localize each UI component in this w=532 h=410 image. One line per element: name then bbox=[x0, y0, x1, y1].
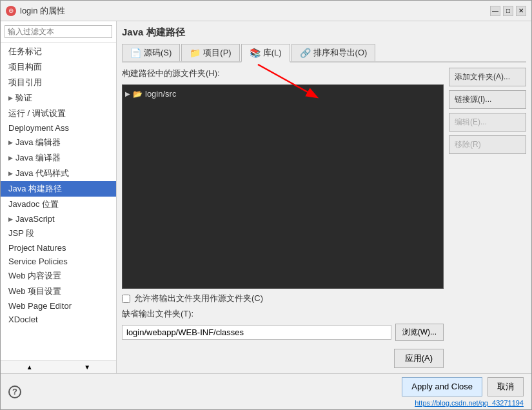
edit-button[interactable]: 编辑(E)... bbox=[449, 113, 526, 132]
sidebar-item-label: 验证 bbox=[15, 92, 32, 104]
sidebar-item-label: Java 构建路径 bbox=[8, 184, 62, 193]
expand-icon: ▶ bbox=[8, 139, 13, 146]
checkbox-row: 允许将输出文件夹用作源文件夹(C) bbox=[122, 293, 444, 304]
output-path-section: 缺省输出文件夹(T): 浏览(W)... bbox=[122, 308, 444, 341]
sidebar-item-project-natures[interactable]: Project Natures bbox=[1, 241, 116, 255]
sidebar-item-label: JSP 段 bbox=[8, 228, 34, 238]
sidebar-item-task-label[interactable]: 任务标记 bbox=[1, 44, 116, 59]
window-icon: ⊖ bbox=[6, 6, 16, 16]
sidebar-item-java-code-style[interactable]: ▶Java 代码样式 bbox=[1, 166, 116, 181]
sidebar-item-validate[interactable]: ▶验证 bbox=[1, 90, 116, 106]
sidebar-item-label: Java 代码样式 bbox=[15, 168, 69, 179]
sidebar-item-label: Service Policies bbox=[8, 257, 68, 266]
output-path-label: 缺省输出文件夹(T): bbox=[122, 308, 444, 320]
sidebar-item-label: Project Natures bbox=[8, 243, 66, 253]
output-path-row: 浏览(W)... bbox=[122, 324, 444, 341]
close-button[interactable]: ✕ bbox=[516, 6, 526, 16]
order-export-tab-icon: 🔗 bbox=[300, 48, 311, 58]
tab-label-order-export: 排序和导出(O) bbox=[313, 47, 368, 59]
bottom-bar: ? Apply and Close 取消 https://blog.csdn.n… bbox=[1, 373, 531, 409]
right-buttons: 添加文件夹(A)... 链接源(I)... 编辑(E)... 移除(R) bbox=[449, 68, 526, 368]
window-controls: — □ ✕ bbox=[490, 6, 526, 16]
sidebar-item-web-page-editor[interactable]: Web Page Editor bbox=[1, 299, 116, 313]
search-input[interactable] bbox=[5, 25, 112, 38]
sidebar-item-javadoc[interactable]: Javadoc 位置 bbox=[1, 197, 116, 212]
sidebar-item-label: Javadoc 位置 bbox=[8, 199, 59, 209]
cancel-button[interactable]: 取消 bbox=[488, 377, 524, 396]
window-title: login 的属性 bbox=[20, 5, 65, 17]
tabs-container: 📄源码(S)📁项目(P)📚库(L)🔗排序和导出(O) bbox=[122, 44, 526, 63]
sidebar-item-run-debug[interactable]: 运行 / 调试设置 bbox=[1, 106, 116, 121]
sidebar-list: 任务标记项目构面项目引用▶验证运行 / 调试设置Deployment Ass▶J… bbox=[1, 43, 116, 360]
tree-item-text: login/src bbox=[145, 89, 176, 99]
sidebar-item-project-facade[interactable]: 项目构面 bbox=[1, 59, 116, 75]
sidebar-item-label: Web 内容设置 bbox=[8, 271, 61, 280]
sidebar-item-label: 项目构面 bbox=[8, 62, 42, 72]
section-content: 构建路径中的源文件夹(H): ▶ 📂 login/src 允许将输出文件夹用作源… bbox=[122, 68, 526, 368]
tree-panel[interactable]: ▶ 📂 login/src bbox=[122, 84, 444, 289]
sidebar-search-area bbox=[1, 21, 116, 43]
tab-order-export[interactable]: 🔗排序和导出(O) bbox=[291, 44, 376, 61]
maximize-button[interactable]: □ bbox=[503, 6, 513, 16]
titlebar: ⊖ login 的属性 — □ ✕ bbox=[1, 1, 531, 21]
bottom-buttons: Apply and Close 取消 bbox=[402, 377, 524, 396]
sidebar-item-label: 任务标记 bbox=[8, 46, 42, 56]
sidebar-item-label: JavaScript bbox=[15, 214, 55, 224]
sidebar-item-jsp[interactable]: JSP 段 bbox=[1, 226, 116, 241]
browse-button[interactable]: 浏览(W)... bbox=[395, 324, 444, 341]
minimize-button[interactable]: — bbox=[490, 6, 500, 16]
expand-icon: ▶ bbox=[8, 216, 13, 222]
apply-section: 应用(A) bbox=[122, 349, 444, 368]
sidebar-item-javascript[interactable]: ▶JavaScript bbox=[1, 212, 116, 226]
sidebar-scroll-area: ▲ ▼ bbox=[1, 360, 116, 373]
tab-projects[interactable]: 📁项目(P) bbox=[181, 44, 239, 61]
sidebar-item-label: Web 项目设置 bbox=[8, 286, 61, 296]
sidebar-item-java-editor1[interactable]: ▶Java 编辑器 bbox=[1, 135, 116, 150]
allow-output-checkbox[interactable] bbox=[122, 295, 130, 303]
sidebar-item-label: 运行 / 调试设置 bbox=[8, 108, 66, 118]
help-icon[interactable]: ? bbox=[8, 386, 21, 398]
tree-arrow-icon: ▶ bbox=[125, 90, 130, 97]
sidebar-item-web-project[interactable]: Web 项目设置 bbox=[1, 284, 116, 299]
source-folders-label: 构建路径中的源文件夹(H): bbox=[122, 68, 444, 79]
apply-close-button[interactable]: Apply and Close bbox=[402, 377, 482, 396]
sidebar-item-project-ref[interactable]: 项目引用 bbox=[1, 75, 116, 90]
sidebar-item-xdoclet[interactable]: XDoclet bbox=[1, 313, 116, 326]
expand-icon: ▶ bbox=[8, 170, 13, 177]
main-panel: Java 构建路径 📄源码(S)📁项目(P)📚库(L)🔗排序和导出(O) 构建路… bbox=[117, 21, 531, 373]
output-path-input[interactable] bbox=[122, 325, 391, 340]
link-button[interactable]: 链接源(I)... bbox=[449, 90, 526, 109]
tab-libraries[interactable]: 📚库(L) bbox=[241, 44, 290, 63]
tab-label-libraries: 库(L) bbox=[263, 47, 282, 59]
bottom-right: Apply and Close 取消 https://blog.csdn.net… bbox=[402, 377, 524, 407]
main-window: ⊖ login 的属性 — □ ✕ 任务标记项目构面项目引用▶验证运行 / 调试… bbox=[0, 0, 532, 410]
add-folder-button[interactable]: 添加文件夹(A)... bbox=[449, 68, 526, 86]
sidebar-item-label: Java 编辑器 bbox=[15, 137, 61, 148]
sidebar-item-label: Deployment Ass bbox=[8, 123, 69, 133]
scroll-down-button[interactable]: ▼ bbox=[59, 361, 117, 373]
sidebar-item-label: XDoclet bbox=[8, 315, 38, 324]
sidebar-item-deploy-ass[interactable]: Deployment Ass bbox=[1, 121, 116, 135]
sidebar-item-java-editor2[interactable]: ▶Java 编译器 bbox=[1, 150, 116, 166]
folder-icon: 📂 bbox=[133, 90, 143, 99]
left-section: 构建路径中的源文件夹(H): ▶ 📂 login/src 允许将输出文件夹用作源… bbox=[122, 68, 444, 368]
remove-button[interactable]: 移除(R) bbox=[449, 135, 526, 154]
projects-tab-icon: 📁 bbox=[190, 48, 201, 58]
expand-icon: ▶ bbox=[8, 95, 13, 101]
apply-button[interactable]: 应用(A) bbox=[394, 349, 444, 368]
sidebar-item-service-policies[interactable]: Service Policies bbox=[1, 255, 116, 268]
sidebar: 任务标记项目构面项目引用▶验证运行 / 调试设置Deployment Ass▶J… bbox=[1, 21, 117, 373]
sidebar-item-java-build-path[interactable]: Java 构建路径 bbox=[1, 181, 116, 197]
content-area: 任务标记项目构面项目引用▶验证运行 / 调试设置Deployment Ass▶J… bbox=[1, 21, 531, 373]
tree-item[interactable]: ▶ 📂 login/src bbox=[125, 88, 440, 100]
sidebar-item-label: 项目引用 bbox=[8, 77, 42, 87]
tab-label-projects: 项目(P) bbox=[203, 47, 231, 59]
libraries-tab-icon: 📚 bbox=[250, 48, 261, 58]
tab-source[interactable]: 📄源码(S) bbox=[122, 44, 180, 61]
sidebar-item-web-content[interactable]: Web 内容设置 bbox=[1, 268, 116, 284]
checkbox-label: 允许将输出文件夹用作源文件夹(C) bbox=[134, 293, 263, 304]
sidebar-item-label: Web Page Editor bbox=[8, 301, 72, 311]
footer-link[interactable]: https://blog.csdn.net/qq_43271194 bbox=[415, 399, 524, 407]
sidebar-item-label: Java 编译器 bbox=[15, 152, 61, 164]
scroll-up-button[interactable]: ▲ bbox=[1, 361, 59, 373]
